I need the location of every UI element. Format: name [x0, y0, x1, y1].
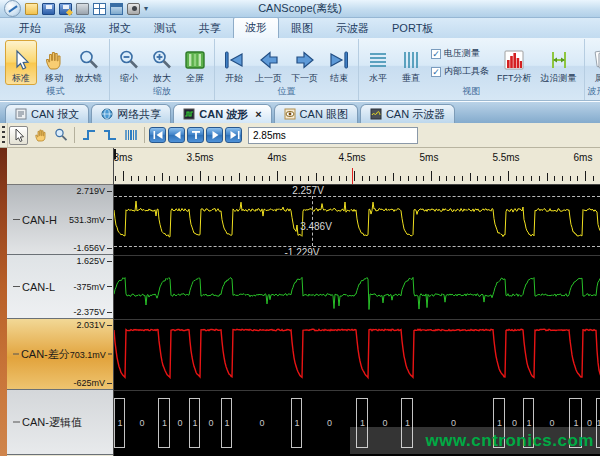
pan-mode-button[interactable]: [30, 126, 49, 145]
ruler-tick: [377, 176, 378, 181]
ribbon-button-开始[interactable]: 开始: [218, 40, 250, 85]
ribbon-tab-PORT板[interactable]: PORT板: [381, 18, 444, 38]
go-first-button[interactable]: [149, 127, 166, 143]
ruler-tick: [585, 171, 586, 181]
doc-wave-icon: [183, 108, 195, 120]
ruler-tick: [200, 171, 201, 181]
ribbon-button-缩小[interactable]: 缩小: [113, 40, 145, 85]
can-l-trace-track[interactable]: [114, 255, 600, 319]
app-logo-button[interactable]: [4, 0, 21, 17]
ruler-tick: [385, 176, 386, 181]
doc-tab-CAN 眼图[interactable]: CAN 眼图: [274, 104, 358, 123]
frame-bars-button[interactable]: [121, 126, 140, 145]
ribbon-button-放大[interactable]: 放大: [146, 40, 178, 85]
doc-scope-icon: [370, 108, 382, 120]
ribbon-button-下一页[interactable]: 下一页: [287, 40, 322, 85]
save-as-icon[interactable]: [59, 3, 72, 15]
channel-connector: [13, 422, 20, 423]
ribbon-button-上一页[interactable]: 上一页: [251, 40, 286, 85]
go-prev-button[interactable]: [168, 127, 185, 143]
ruler-tick: [416, 176, 417, 181]
can-diff-trace-track[interactable]: [114, 319, 600, 390]
channel-scale-bottom: -2.375V: [73, 307, 112, 317]
channel-row-CAN-差分[interactable]: 2.031VCAN-差分703.1mV-625mV: [7, 319, 113, 390]
channel-row-CAN-L[interactable]: 1.625VCAN-L-375mV-2.375V: [7, 255, 113, 319]
ribbon-tab-示波器[interactable]: 示波器: [325, 18, 380, 38]
go-next-button[interactable]: [206, 127, 223, 143]
zoom-mode-button[interactable]: [51, 126, 70, 145]
new-window-icon[interactable]: [110, 3, 123, 15]
ribbon-button-属性[interactable]: 属性: [588, 40, 600, 85]
ribbon-button-FFT分析[interactable]: FFT分析: [493, 40, 536, 85]
toolbar-separator: [144, 127, 145, 143]
ribbon-button-放大镜[interactable]: 放大镜: [71, 40, 106, 85]
connect-device-icon[interactable]: [76, 3, 89, 15]
channel-row-CAN-逻辑值[interactable]: CAN-逻辑值: [7, 390, 113, 455]
scale-tick: [107, 286, 112, 287]
ribbon-tab-共享[interactable]: 共享: [188, 18, 232, 38]
channel-scale-top: 1.625V: [76, 256, 112, 266]
ruler-tick: [300, 176, 301, 181]
ruler-tick: [323, 176, 324, 181]
channel-scale-top: 2.031V: [76, 320, 112, 330]
ruler-tick: [115, 176, 116, 181]
ribbon-button-水平[interactable]: 水平: [362, 40, 394, 85]
ruler-tick: [308, 176, 309, 181]
doc-tab-CAN 示波器[interactable]: CAN 示波器: [360, 104, 455, 123]
save-icon[interactable]: [42, 3, 55, 15]
tile-windows-icon[interactable]: [93, 3, 106, 15]
ribbon-tab-开始[interactable]: 开始: [8, 18, 52, 38]
checkbox-内部工具条[interactable]: ✓内部工具条: [431, 65, 489, 78]
ruler-label-5.5ms: 5.5ms: [492, 152, 519, 163]
doc-tab-CAN 波形[interactable]: CAN 波形×: [173, 104, 271, 123]
select-mode-button[interactable]: [9, 126, 28, 145]
ruler-tick: [192, 176, 193, 181]
quick-access-dropdown-icon[interactable]: ▾: [144, 4, 148, 13]
ribbon-group-波形设置: 属性波形设置: [585, 39, 600, 100]
snapshot-icon[interactable]: [127, 3, 140, 15]
checkbox-box-icon[interactable]: ✓: [431, 49, 441, 59]
go-last-button[interactable]: [225, 127, 242, 143]
rising-edge-button[interactable]: [79, 126, 98, 145]
ribbon-button-全屏[interactable]: 全屏: [179, 40, 211, 85]
doc-tab-网络共享[interactable]: 网络共享: [91, 104, 171, 123]
time-ruler[interactable]: 3ms3.5ms4ms4.5ms5ms5.5ms6ms: [114, 148, 600, 185]
logic-bit-value: 1: [294, 418, 299, 428]
checkbox-电压测量[interactable]: ✓电压测量: [431, 47, 489, 60]
ribbon-tab-高级[interactable]: 高级: [53, 18, 97, 38]
logic-bit-value: 1: [224, 418, 229, 428]
ruler-tick: [185, 176, 186, 181]
falling-edge-button[interactable]: [100, 126, 119, 145]
go-trigger-button[interactable]: [187, 127, 204, 143]
doc-tab-CAN 报文[interactable]: CAN 报文: [5, 104, 89, 123]
waveform-tracks[interactable]: 2.257V3.486V-1.229V101010101010101010101…: [114, 185, 600, 456]
ribbon-group-items: 开始上一页下一页结束: [216, 39, 357, 85]
logic-bit-value: 0: [327, 418, 332, 428]
channel-row-CAN-H[interactable]: 2.719VCAN-H531.3mV-1.656V: [7, 185, 113, 255]
close-tab-icon[interactable]: ×: [255, 109, 261, 119]
ribbon-button-边沿测量[interactable]: 边沿测量: [537, 40, 581, 85]
ribbon-button-移动[interactable]: 移动: [38, 40, 70, 85]
checkbox-box-icon[interactable]: ✓: [431, 67, 441, 77]
ribbon-button-标准[interactable]: 标准: [5, 40, 37, 85]
ribbon-tab-眼图[interactable]: 眼图: [280, 18, 324, 38]
channel-scale-mid: 531.3mV: [69, 215, 105, 225]
ribbon-tab-波形[interactable]: 波形: [233, 16, 279, 38]
channel-scale-mid: 703.1mV: [70, 349, 106, 359]
can-h-trace-track[interactable]: 2.257V3.486V-1.229V: [114, 185, 600, 255]
cursor-mid-value: 3.486V: [300, 221, 332, 232]
ribbon-tab-报文[interactable]: 报文: [98, 18, 142, 38]
ribbon-button-垂直[interactable]: 垂直: [395, 40, 427, 85]
ruler-red-cursor[interactable]: [352, 168, 353, 184]
ribbon-button-结束[interactable]: 结束: [323, 40, 355, 85]
ruler-tick: [531, 176, 532, 181]
ruler-tick: [177, 176, 178, 181]
ribbon-group-缩放: 缩小放大全屏缩放: [110, 39, 215, 100]
scale-tick: [107, 261, 112, 262]
time-position-input[interactable]: [248, 127, 418, 144]
open-file-icon[interactable]: [25, 3, 38, 15]
toolbar-grip[interactable]: [0, 123, 8, 147]
channel-name: CAN-L: [22, 281, 55, 293]
ribbon-tab-测试[interactable]: 测试: [143, 18, 187, 38]
waveform-view: 2.719VCAN-H531.3mV-1.656V1.625VCAN-L-375…: [0, 148, 600, 456]
